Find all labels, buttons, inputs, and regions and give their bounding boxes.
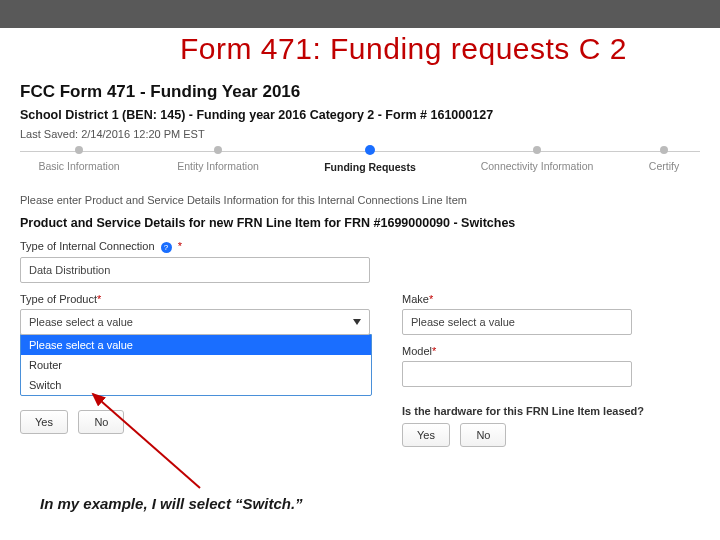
form-screenshot: FCC Form 471 - Funding Year 2016 School … [20,82,700,520]
instruction-text: Please enter Product and Service Details… [20,194,700,206]
required-asterisk: * [178,240,182,252]
yes-button[interactable]: Yes [20,410,68,434]
step-funding-requests[interactable]: Funding Requests [310,146,430,173]
help-icon[interactable]: ? [161,242,172,253]
step-certify[interactable]: Certify [634,146,694,172]
type-product-dropdown-list: Please select a value Router Switch [20,334,372,396]
model-input[interactable] [402,361,632,387]
make-label: Make* [402,293,700,305]
step-dot-icon [365,145,375,155]
required-asterisk: * [97,293,101,305]
step-label: Connectivity Information [481,160,594,172]
leased-no-button[interactable]: No [460,423,506,447]
form-heading: FCC Form 471 - Funding Year 2016 [20,82,700,102]
make-select[interactable]: Please select a value [402,309,632,335]
step-basic-information[interactable]: Basic Information [24,146,134,172]
slide-title: Form 471: Funding requests C 2 [180,32,627,66]
select-value: Please select a value [411,316,515,328]
step-entity-information[interactable]: Entity Information [158,146,278,172]
step-dot-icon [75,146,83,154]
last-saved: Last Saved: 2/14/2016 12:20 PM EST [20,128,700,140]
form-subheading: School District 1 (BEN: 145) - Funding y… [20,108,700,122]
step-connectivity-information[interactable]: Connectivity Information [462,146,612,172]
step-label: Basic Information [38,160,119,172]
model-label: Model* [402,345,700,357]
step-label: Funding Requests [324,161,416,173]
dropdown-option-router[interactable]: Router [21,355,371,375]
dropdown-option-placeholder[interactable]: Please select a value [21,335,371,355]
type-product-select[interactable]: Please select a value [20,309,370,335]
dropdown-option-switch[interactable]: Switch [21,375,371,395]
no-button[interactable]: No [78,410,124,434]
step-dot-icon [214,146,222,154]
slide-caption: In my example, I will select “Switch.” [40,495,303,512]
top-band [0,0,720,28]
section-title: Product and Service Details for new FRN … [20,216,700,230]
select-value: Data Distribution [29,264,110,276]
type-connection-select[interactable]: Data Distribution [20,257,370,283]
step-dot-icon [533,146,541,154]
step-dot-icon [660,146,668,154]
type-product-label: Type of Product* [20,293,372,305]
required-asterisk: * [429,293,433,305]
step-label: Entity Information [177,160,259,172]
required-asterisk: * [432,345,436,357]
select-value: Please select a value [29,316,133,328]
leased-yes-button[interactable]: Yes [402,423,450,447]
chevron-down-icon [353,319,361,325]
leased-question: Is the hardware for this FRN Line Item l… [402,405,700,417]
progress-steps: Basic Information Entity Information Fun… [20,148,700,182]
type-connection-label: Type of Internal Connection ? * [20,240,700,253]
step-label: Certify [649,160,679,172]
